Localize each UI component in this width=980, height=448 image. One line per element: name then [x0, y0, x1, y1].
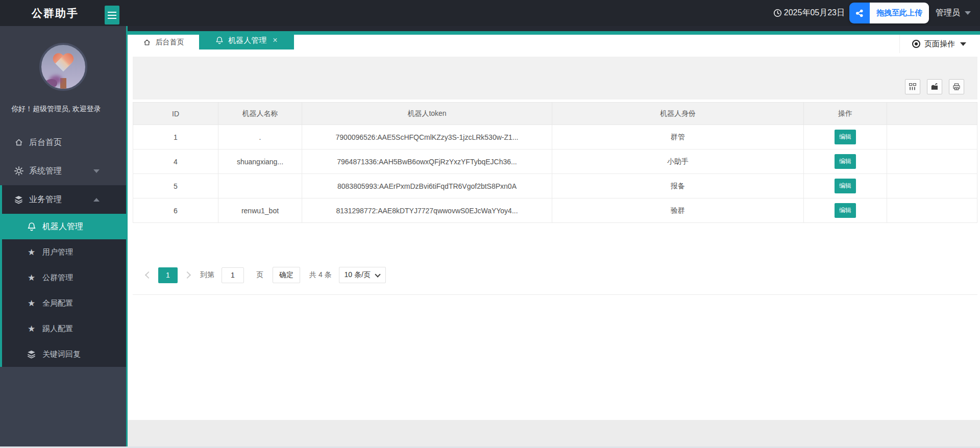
table-row: 6 renwu1_bot 8131298772:AAE8kDTYJ7727qww…: [133, 198, 977, 223]
sidebar-item-group-management[interactable]: 公群管理: [2, 265, 126, 290]
clock-icon: [773, 9, 782, 17]
cell-token: 8131298772:AAE8kDTYJ7727qwwovwS0EJcWaYYo…: [302, 198, 552, 223]
home-icon: [143, 38, 151, 46]
print-button[interactable]: [949, 79, 964, 94]
footer-band: [128, 420, 980, 446]
filter-columns-button[interactable]: [905, 79, 920, 94]
topbar: 公群助手 2025年05月23日 拖拽至此上传 管理员: [0, 0, 980, 26]
star-icon: [27, 325, 36, 333]
edit-button[interactable]: 编辑: [835, 130, 856, 144]
layers-icon: [14, 195, 23, 205]
hamburger-menu-icon: [108, 12, 116, 13]
tab-bar: 后台首页 机器人管理 × 页面操作: [128, 31, 980, 49]
topbar-right: 2025年05月23日 拖拽至此上传 管理员: [773, 0, 971, 26]
cell-name: shuangxiang...: [218, 150, 302, 174]
col-actions: 操作: [804, 103, 887, 125]
page-actions-label: 页面操作: [924, 39, 955, 49]
sidebar-item-kick-config[interactable]: 踢人配置: [2, 316, 126, 341]
layers-icon: [27, 350, 36, 359]
table-row: 4 shuangxiang... 7964871336:AAH5BwB6owxQ…: [133, 150, 977, 174]
topbar-date: 2025年05月23日: [784, 8, 845, 18]
cell-role: 验群: [552, 198, 804, 223]
edit-button[interactable]: 编辑: [835, 203, 856, 218]
home-icon: [14, 138, 23, 147]
sidebar-item-business[interactable]: 业务管理: [2, 185, 126, 214]
welcome-text: 你好！超级管理员, 欢迎登录: [0, 105, 126, 114]
print-icon: [952, 83, 961, 91]
sidebar-item-label: 踢人配置: [42, 324, 73, 334]
heart-photo: [52, 54, 75, 74]
drag-upload-overlay[interactable]: 拖拽至此上传: [849, 3, 929, 23]
user-menu[interactable]: 管理员: [936, 8, 971, 18]
table-row: 5 8083805993:AAErPxmDzBvi6tiFqdTR6Vgof2b…: [133, 174, 977, 198]
goto-suffix: 页: [256, 270, 263, 280]
cell-role: 群管: [552, 125, 804, 150]
col-token: 机器人token: [302, 103, 552, 125]
columns-icon: [909, 83, 917, 91]
goto-prefix: 到第: [200, 270, 214, 280]
sidebar-item-label: 机器人管理: [42, 221, 83, 232]
edit-button[interactable]: 编辑: [835, 179, 856, 193]
bell-icon: [215, 36, 224, 44]
confirm-button[interactable]: 确定: [273, 267, 300, 283]
current-page[interactable]: 1: [158, 267, 178, 283]
pagination: 1 到第 页 确定 共 4 条 10 条/页: [133, 267, 977, 283]
sidebar-item-global-config[interactable]: 全局配置: [2, 290, 126, 316]
sidebar-item-label: 全局配置: [42, 298, 73, 308]
cell-id: 5: [133, 174, 218, 198]
table-toolbar: [133, 57, 977, 99]
chevron-down-icon: [965, 11, 971, 15]
table-header-row: ID 机器人名称 机器人token 机器人身份 操作: [133, 103, 977, 125]
col-id: ID: [133, 103, 218, 125]
sidebar-item-keyword-reply[interactable]: 关键词回复: [2, 341, 126, 367]
prev-page-icon[interactable]: [145, 271, 152, 279]
app-title: 公群助手: [32, 0, 79, 26]
sidebar-item-user-management[interactable]: 用户管理: [2, 239, 126, 265]
sidebar-item-label: 后台首页: [29, 137, 62, 148]
cell-name: .: [218, 125, 302, 150]
page-size-select[interactable]: 10 条/页: [339, 267, 386, 283]
star-icon: [27, 248, 36, 257]
table-row: 1 . 7900096526:AAE5ScHFQCmlKZzy3S-1jzcLR…: [133, 125, 977, 150]
sidebar-item-robot-management[interactable]: 机器人管理: [2, 214, 126, 239]
sidebar-nav: 后台首页 系统管理: [0, 128, 126, 367]
table-card: ID 机器人名称 机器人token 机器人身份 操作 1 . 790009652…: [133, 57, 977, 295]
goto-page-input[interactable]: [222, 267, 244, 283]
cell-token: 7900096526:AAE5ScHFQCmlKZzy3S-1jzcLRk530…: [302, 125, 552, 150]
chevron-down-icon: [375, 271, 380, 277]
col-name: 机器人名称: [218, 103, 302, 125]
sidebar-item-label: 关键词回复: [42, 350, 81, 359]
page-actions-dropdown[interactable]: 页面操作: [899, 35, 980, 53]
export-button[interactable]: [927, 79, 942, 94]
tab-robot-management[interactable]: 机器人管理 ×: [199, 31, 294, 49]
chevron-down-icon: [93, 169, 100, 173]
edit-button[interactable]: 编辑: [835, 154, 856, 169]
tab-label: 机器人管理: [228, 36, 266, 45]
tab-home[interactable]: 后台首页: [128, 35, 199, 49]
cell-name: [218, 174, 302, 198]
dot-circle-icon: [912, 40, 920, 48]
user-label: 管理员: [936, 8, 960, 18]
close-icon[interactable]: ×: [273, 36, 277, 44]
sidebar-item-label: 系统管理: [29, 166, 62, 177]
col-empty: [887, 103, 977, 125]
cloud-share-icon: [849, 3, 870, 23]
gear-icon: [14, 166, 23, 176]
sidebar-group-business: 业务管理 机器人管理 用户管理: [0, 185, 126, 367]
next-page-icon[interactable]: [184, 271, 191, 279]
sidebar-item-label: 用户管理: [42, 247, 73, 257]
sidebar: 你好！超级管理员, 欢迎登录 后台首页: [0, 26, 128, 448]
sidebar-item-system[interactable]: 系统管理: [0, 157, 126, 185]
cell-name: renwu1_bot: [218, 198, 302, 223]
col-role: 机器人身份: [552, 103, 804, 125]
sidebar-item-label: 公群管理: [42, 273, 73, 283]
drag-upload-label: 拖拽至此上传: [870, 3, 929, 23]
star-icon: [27, 299, 36, 308]
page-size-value: 10 条/页: [345, 270, 371, 280]
hamburger-menu-button[interactable]: [105, 6, 119, 24]
cell-id: 4: [133, 150, 218, 174]
cell-role: 小助手: [552, 150, 804, 174]
cell-id: 1: [133, 125, 218, 150]
chevron-down-icon: [960, 42, 966, 46]
sidebar-item-home[interactable]: 后台首页: [0, 128, 126, 157]
